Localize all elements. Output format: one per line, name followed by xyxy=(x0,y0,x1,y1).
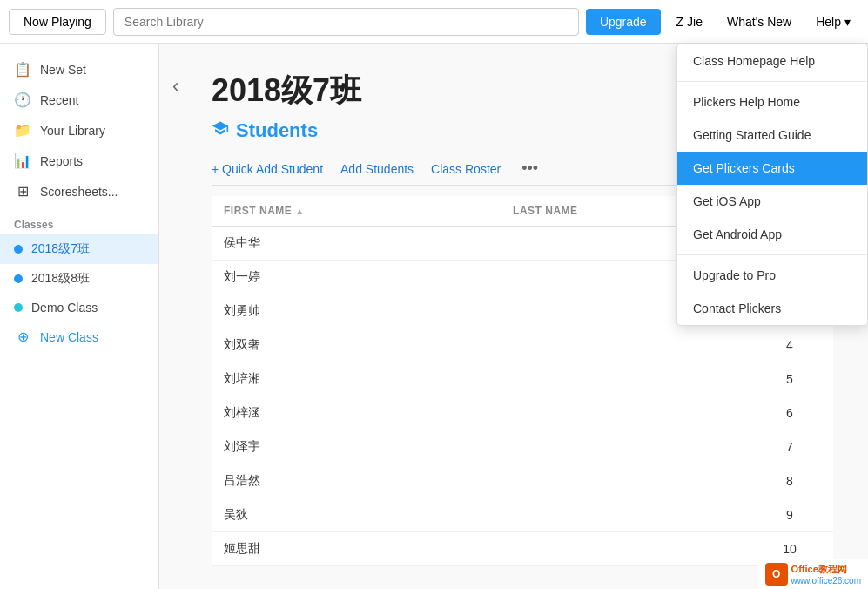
classes-section-label: Classes xyxy=(0,206,158,234)
watermark-icon: O xyxy=(765,563,788,586)
table-row[interactable]: 姬思甜 10 xyxy=(212,532,833,566)
library-icon: 📁 xyxy=(14,122,31,139)
cell-lastname xyxy=(501,430,746,464)
cell-cardno: 7 xyxy=(746,430,833,464)
sidebar-label-library: Your Library xyxy=(40,124,105,138)
sort-arrow-icon: ▲ xyxy=(295,206,304,216)
cell-lastname xyxy=(501,396,746,430)
cell-firstname: 吕浩然 xyxy=(212,464,501,498)
help-divider-2 xyxy=(677,254,867,255)
class2-dot xyxy=(14,274,23,283)
sidebar-item-class3[interactable]: Demo Class xyxy=(0,294,158,322)
help-item-get-cards[interactable]: Get Plickers Cards xyxy=(677,152,867,185)
sidebar-label-new-class: New Class xyxy=(40,330,98,344)
help-dropdown: Class Homepage Help Plickers Help Home G… xyxy=(676,44,868,326)
help-item-ios[interactable]: Get iOS App xyxy=(677,185,867,218)
class-roster-button[interactable]: Class Roster xyxy=(431,162,501,176)
sidebar-item-scoresheets[interactable]: ⊞ Scoresheets... xyxy=(0,176,158,206)
sidebar-item-new-class[interactable]: ⊕ New Class xyxy=(0,322,158,352)
chevron-down-icon: ▾ xyxy=(844,15,851,29)
cell-firstname: 刘梓涵 xyxy=(212,396,501,430)
cell-lastname xyxy=(501,362,746,396)
reports-icon: 📊 xyxy=(14,152,31,169)
recent-icon: 🕐 xyxy=(14,91,31,108)
cell-cardno: 9 xyxy=(746,498,833,532)
table-row[interactable]: 吕浩然 8 xyxy=(212,464,833,498)
sidebar-label-class1: 2018级7班 xyxy=(31,241,90,257)
quick-add-button[interactable]: + Quick Add Student xyxy=(212,162,323,176)
sidebar-label-new-set: New Set xyxy=(40,63,86,77)
new-set-icon: 📋 xyxy=(14,61,31,78)
cell-firstname: 侯中华 xyxy=(212,227,501,261)
sidebar-label-reports: Reports xyxy=(40,154,83,168)
watermark: O Office教程网 www.office26.com xyxy=(758,559,868,589)
new-class-icon: ⊕ xyxy=(14,328,31,345)
cell-lastname xyxy=(501,328,746,362)
cell-lastname xyxy=(501,464,746,498)
help-item-class-homepage[interactable]: Class Homepage Help xyxy=(677,44,867,78)
help-item-contact[interactable]: Contact Plickers xyxy=(677,292,867,325)
search-input[interactable] xyxy=(113,8,579,36)
table-row[interactable]: 刘培湘 5 xyxy=(212,362,833,396)
add-students-button[interactable]: Add Students xyxy=(340,162,414,176)
cell-firstname: 吴狄 xyxy=(212,498,501,532)
sidebar-item-library[interactable]: 📁 Your Library xyxy=(0,115,158,146)
sidebar-item-class1[interactable]: 2018级7班 xyxy=(0,234,158,264)
class1-dot xyxy=(14,245,23,254)
help-item-android[interactable]: Get Android App xyxy=(677,218,867,251)
table-row[interactable]: 刘双奢 4 xyxy=(212,328,833,362)
col-header-firstname[interactable]: FIRST NAME ▲ xyxy=(212,196,501,227)
cell-firstname: 刘勇帅 xyxy=(212,294,501,328)
students-icon xyxy=(212,119,229,142)
class3-dot xyxy=(14,303,23,312)
cell-cardno: 4 xyxy=(746,328,833,362)
help-button[interactable]: Help ▾ xyxy=(807,10,859,34)
back-button[interactable]: ‹ xyxy=(172,75,178,98)
cell-lastname xyxy=(501,532,746,566)
sidebar-label-class2: 2018级8班 xyxy=(31,271,90,287)
sidebar-label-recent: Recent xyxy=(40,93,78,107)
help-item-upgrade[interactable]: Upgrade to Pro xyxy=(677,259,867,292)
sidebar-label-class3: Demo Class xyxy=(31,301,98,315)
help-divider-1 xyxy=(677,81,867,82)
cell-cardno: 6 xyxy=(746,396,833,430)
table-row[interactable]: 吴狄 9 xyxy=(212,498,833,532)
sidebar-item-reports[interactable]: 📊 Reports xyxy=(0,146,158,176)
cell-firstname: 刘双奢 xyxy=(212,328,501,362)
cell-firstname: 刘培湘 xyxy=(212,362,501,396)
cell-lastname xyxy=(501,498,746,532)
cell-cardno: 5 xyxy=(746,362,833,396)
cell-firstname: 刘一婷 xyxy=(212,261,501,294)
sidebar-item-recent[interactable]: 🕐 Recent xyxy=(0,85,158,115)
user-button[interactable]: Z Jie xyxy=(668,10,711,34)
upgrade-button[interactable]: Upgrade xyxy=(586,9,661,35)
cell-firstname: 姬思甜 xyxy=(212,532,501,566)
now-playing-button[interactable]: Now Playing xyxy=(9,9,106,35)
sidebar: 📋 New Set 🕐 Recent 📁 Your Library 📊 Repo… xyxy=(0,44,159,589)
table-row[interactable]: 刘泽宇 7 xyxy=(212,430,833,464)
sidebar-label-scoresheets: Scoresheets... xyxy=(40,185,118,199)
sidebar-item-new-set[interactable]: 📋 New Set xyxy=(0,54,158,85)
whats-new-button[interactable]: What's New xyxy=(718,10,800,34)
students-label: Students xyxy=(236,119,318,142)
help-item-plickers-home[interactable]: Plickers Help Home xyxy=(677,85,867,118)
watermark-text: Office教程网 www.office26.com xyxy=(791,563,861,586)
sidebar-item-class2[interactable]: 2018级8班 xyxy=(0,264,158,294)
scoresheets-icon: ⊞ xyxy=(14,183,31,200)
help-label: Help xyxy=(816,15,841,29)
cell-firstname: 刘泽宇 xyxy=(212,430,501,464)
table-row[interactable]: 刘梓涵 6 xyxy=(212,396,833,430)
help-item-getting-started[interactable]: Getting Started Guide xyxy=(677,118,867,152)
more-options-button[interactable]: ••• xyxy=(521,159,538,178)
cell-cardno: 8 xyxy=(746,464,833,498)
top-nav: Now Playing Upgrade Z Jie What's New Hel… xyxy=(0,0,868,44)
